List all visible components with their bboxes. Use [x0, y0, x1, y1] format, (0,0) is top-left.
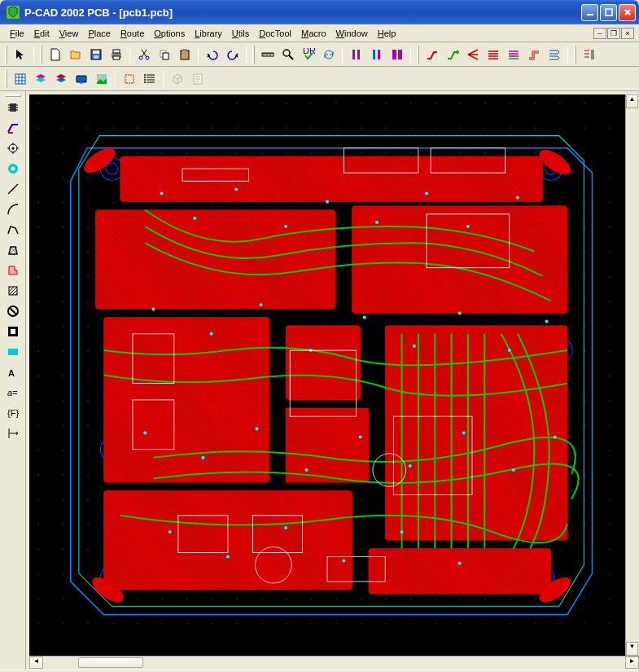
new-button[interactable] [46, 46, 64, 64]
attribute-tool[interactable]: a= [3, 383, 23, 402]
measure-button[interactable] [258, 46, 277, 64]
mdi-close-button[interactable]: × [621, 28, 634, 39]
menu-view[interactable]: View [55, 27, 84, 40]
rectangle-tool[interactable] [3, 342, 23, 362]
route-extra-button[interactable] [580, 46, 598, 64]
scroll-right-button[interactable]: ► [625, 657, 639, 669]
print-button[interactable] [107, 46, 125, 64]
pad-through-tool[interactable] [3, 159, 23, 178]
route-miter-button[interactable] [524, 46, 543, 64]
close-button[interactable] [619, 4, 636, 21]
route-multi-button[interactable] [504, 46, 523, 64]
dimension-tool[interactable] [3, 424, 23, 443]
mdi-restore-button[interactable]: ❐ [607, 28, 620, 39]
route-manual-button[interactable] [422, 46, 441, 64]
undo-button[interactable] [203, 46, 221, 64]
scroll-left-button[interactable]: ◄ [29, 657, 43, 669]
pad-target-tool[interactable] [3, 138, 23, 158]
pcb-canvas[interactable] [29, 94, 625, 656]
toolbar-grip[interactable] [5, 46, 7, 64]
grid-table-button[interactable] [11, 70, 29, 88]
svg-point-33 [144, 79, 146, 81]
cut-button[interactable] [134, 46, 153, 64]
redo-button[interactable] [223, 46, 242, 64]
select-tool-button[interactable] [11, 46, 29, 64]
svg-point-78 [425, 191, 428, 195]
prohibit-tool[interactable] [3, 301, 23, 321]
bars2-button[interactable] [367, 46, 386, 64]
toolbar-view [0, 67, 639, 91]
layer-color-button[interactable] [51, 70, 70, 88]
maximize-button[interactable] [600, 4, 617, 21]
route-interactive-button[interactable] [443, 46, 462, 64]
scroll-thumb[interactable] [78, 657, 143, 668]
menu-utils[interactable]: Utils [227, 27, 254, 40]
line-tool[interactable] [3, 179, 23, 199]
menu-help[interactable]: Help [373, 27, 401, 40]
component-tool[interactable] [3, 98, 23, 117]
drc-button[interactable]: DRC [299, 46, 317, 64]
vertical-scrollbar[interactable]: ▲ ▼ [625, 94, 639, 656]
bars1-button[interactable] [347, 46, 365, 64]
svg-point-40 [11, 167, 15, 171]
keepout-tool[interactable] [3, 281, 23, 301]
open-button[interactable] [66, 46, 85, 64]
save-button[interactable] [86, 46, 105, 64]
copy-button[interactable] [155, 46, 173, 64]
route-push-button[interactable] [545, 46, 563, 64]
svg-point-32 [144, 77, 146, 78]
selection-mask-button[interactable] [120, 70, 138, 88]
svg-point-76 [326, 200, 329, 204]
route-bus-button[interactable] [484, 46, 502, 64]
menu-edit[interactable]: Edit [29, 27, 55, 40]
pcb-drawing [37, 103, 617, 648]
svg-point-81 [151, 307, 155, 310]
pour-tool[interactable] [3, 261, 23, 280]
minimize-button[interactable] [581, 4, 598, 21]
bars3-button[interactable] [387, 46, 406, 64]
mdi-minimize-button[interactable]: – [593, 28, 606, 39]
image-view-button[interactable] [92, 70, 111, 88]
display-options-button[interactable] [72, 70, 90, 88]
scroll-up-button[interactable]: ▲ [626, 94, 638, 108]
toolbar-grip[interactable] [40, 46, 42, 64]
polygon-open-tool[interactable] [3, 220, 23, 239]
menu-macro[interactable]: Macro [296, 27, 331, 40]
menu-options[interactable]: Options [149, 27, 190, 40]
horizontal-scrollbar[interactable]: ◄ ► [29, 656, 639, 670]
polygon-closed-tool[interactable] [3, 240, 23, 260]
svg-point-80 [516, 196, 519, 200]
menu-window[interactable]: Window [331, 27, 373, 40]
svg-point-95 [409, 464, 412, 468]
menu-file[interactable]: File [5, 27, 29, 40]
route-tool[interactable] [3, 118, 23, 138]
svg-point-90 [143, 431, 147, 434]
text-tool[interactable]: A [3, 362, 23, 382]
refpoint-tool[interactable]: {F} [3, 403, 23, 423]
menu-library[interactable]: Library [190, 27, 227, 40]
svg-text:DRC: DRC [303, 48, 315, 55]
refresh-button[interactable] [319, 46, 338, 64]
zoom-button[interactable] [278, 46, 297, 64]
arc-tool[interactable] [3, 200, 23, 219]
svg-point-99 [169, 530, 172, 534]
toolbar-grip[interactable] [5, 94, 21, 97]
toolbar-grip[interactable] [252, 46, 255, 64]
list-view-button[interactable] [140, 70, 159, 88]
menu-place[interactable]: Place [83, 27, 116, 40]
svg-rect-19 [373, 50, 375, 59]
scroll-down-button[interactable]: ▼ [626, 642, 638, 656]
menu-route[interactable]: Route [116, 27, 149, 40]
toolbar-grip[interactable] [5, 70, 7, 88]
layer-stack-button[interactable] [31, 70, 50, 88]
svg-rect-22 [398, 50, 402, 59]
toolbar-grip[interactable] [417, 46, 419, 64]
cutout-tool[interactable] [3, 322, 23, 341]
route-fanout-button[interactable] [463, 46, 482, 64]
view3d-button[interactable] [168, 70, 186, 88]
report-button[interactable] [188, 70, 207, 88]
menu-doctool[interactable]: DocTool [254, 27, 296, 40]
paste-button[interactable] [175, 46, 194, 64]
svg-rect-20 [378, 50, 380, 59]
toolbar-grip[interactable] [574, 46, 576, 64]
